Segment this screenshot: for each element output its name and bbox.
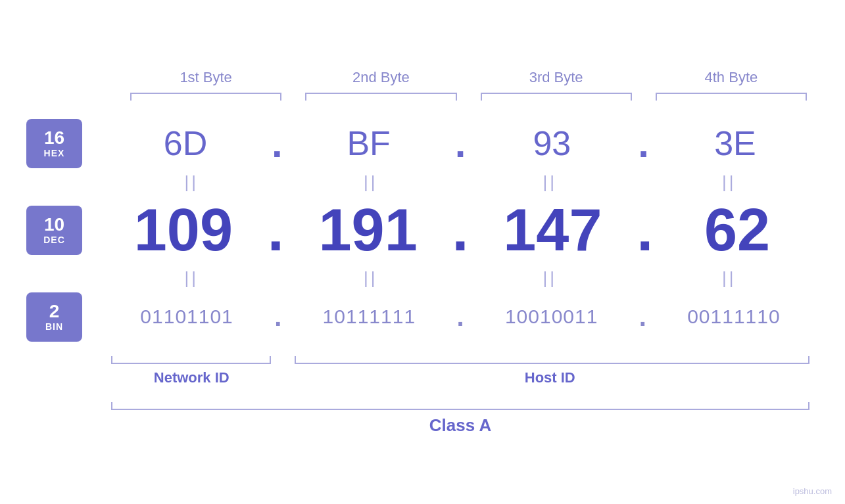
bin-byte2: 10111111	[284, 306, 454, 328]
dec-dot1: .	[265, 196, 287, 264]
bin-dot3: .	[637, 302, 649, 332]
hex-byte2: BF	[285, 124, 452, 163]
equals-2-byte3: ||	[460, 268, 640, 288]
equals-1-byte3: ||	[460, 172, 640, 193]
equals-2-byte1: ||	[102, 268, 281, 288]
hex-byte3: 93	[468, 124, 635, 163]
bin-byte1: 01101101	[102, 306, 272, 328]
bin-base-num: 2	[49, 302, 60, 322]
equals-row-1: || || || ||	[26, 172, 819, 193]
equals-1-byte2: ||	[281, 172, 461, 193]
class-bracket-row	[26, 397, 819, 410]
dec-base-num: 10	[44, 215, 64, 235]
bin-dot1: .	[272, 302, 284, 332]
network-bracket	[102, 351, 280, 364]
hex-dot3: .	[635, 121, 652, 166]
dec-base-label: DEC	[43, 235, 65, 245]
bin-dot2: .	[454, 302, 466, 332]
equals-2-byte2: ||	[281, 268, 461, 288]
bin-badge: 2 BIN	[26, 292, 82, 342]
bottom-bracket-row	[26, 351, 819, 364]
dec-dot3: .	[634, 196, 656, 264]
byte3-header: 3rd Byte	[469, 69, 644, 86]
hex-row: 16 HEX 6D . BF . 93 . 3E	[26, 119, 819, 168]
byte4-header: 4th Byte	[644, 69, 819, 86]
id-labels-row: Network ID Host ID	[26, 369, 819, 386]
bin-base-label: BIN	[45, 321, 63, 332]
dec-byte3: 147	[471, 196, 635, 264]
bin-row: 2 BIN 01101101 . 10111111 . 10010011 . 0…	[26, 292, 819, 342]
hex-byte1: 6D	[102, 124, 269, 163]
equals-row-2: || || || ||	[26, 268, 819, 288]
bin-byte4: 00111110	[649, 306, 819, 328]
host-id-label: Host ID	[281, 369, 819, 386]
class-bracket	[102, 397, 819, 410]
byte2-header: 2nd Byte	[293, 69, 468, 86]
hex-dot1: .	[269, 121, 285, 166]
dec-row: 10 DEC 109 . 191 . 147 . 62	[26, 196, 819, 264]
byte1-header: 1st Byte	[118, 69, 293, 86]
dec-byte4: 62	[656, 196, 819, 264]
dec-byte2: 191	[287, 196, 450, 264]
network-id-label: Network ID	[102, 369, 281, 386]
bracket-byte4	[649, 93, 813, 106]
equals-2-byte4: ||	[640, 268, 819, 288]
bin-byte3: 10010011	[467, 306, 637, 328]
bracket-byte1	[124, 93, 288, 106]
equals-1-byte1: ||	[102, 172, 281, 193]
bracket-byte2	[299, 93, 463, 106]
bracket-byte3	[474, 93, 639, 106]
hex-base-label: HEX	[44, 148, 65, 158]
equals-1-byte4: ||	[640, 172, 819, 193]
host-bracket	[285, 351, 819, 364]
dec-badge: 10 DEC	[26, 206, 82, 255]
watermark: ipshu.com	[793, 486, 832, 496]
dec-byte1: 109	[102, 196, 265, 264]
hex-dot2: .	[452, 121, 469, 166]
class-label-row: Class A	[26, 415, 819, 436]
hex-byte4: 3E	[652, 124, 819, 163]
class-label: Class A	[102, 415, 819, 436]
dec-dot2: .	[449, 196, 471, 264]
hex-badge: 16 HEX	[26, 119, 82, 168]
hex-base-num: 16	[44, 128, 64, 149]
